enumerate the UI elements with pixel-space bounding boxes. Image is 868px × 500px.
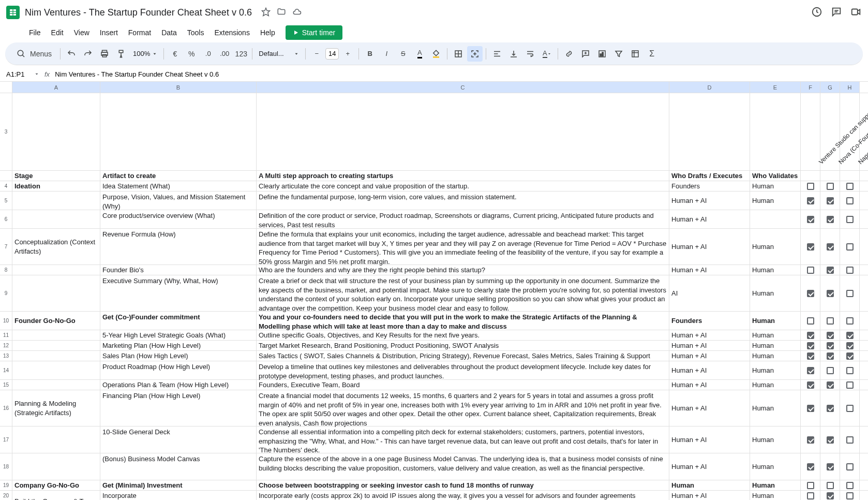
star-icon[interactable] [261,7,271,18]
cell[interactable]: Who Validates [750,171,801,181]
cell[interactable] [801,491,820,500]
fill-color-button[interactable] [428,46,444,62]
cell[interactable]: Create a financial model that documents … [257,390,669,427]
cell[interactable] [820,312,840,330]
cell[interactable]: Who are the founders and why are they th… [257,265,669,275]
cell[interactable]: Get (Minimal) Investment [100,480,257,491]
checkbox[interactable] [807,267,814,274]
cell[interactable]: Human + AI [669,210,750,229]
cell[interactable]: Human + AI [669,229,750,265]
cell[interactable] [820,491,840,500]
cell[interactable]: Human [750,351,801,361]
cell[interactable]: Human [750,491,801,500]
cell[interactable]: Human [750,330,801,341]
cell[interactable]: Human [750,265,801,275]
cell[interactable]: Human [750,480,801,491]
cell[interactable] [840,229,860,265]
row-header[interactable] [0,171,12,181]
checkbox[interactable] [827,183,834,190]
cell[interactable] [840,491,860,500]
cell[interactable] [669,93,750,171]
cell[interactable] [12,453,100,480]
cell[interactable]: AI [669,275,750,312]
decrease-fontsize-button[interactable]: − [309,46,324,62]
link-button[interactable] [561,46,577,62]
cell[interactable] [801,93,820,171]
checkbox[interactable] [807,405,814,412]
checkbox[interactable] [807,290,814,297]
checkbox[interactable] [846,463,854,470]
functions-button[interactable]: Σ [644,46,660,62]
cell[interactable] [840,390,860,427]
formula-input[interactable] [55,70,864,78]
checkbox[interactable] [807,381,814,389]
cell[interactable]: 5-Year High Level Strategic Goals (What) [100,330,257,341]
cell[interactable]: Sales Plan (How High Level) [100,351,257,361]
checkbox[interactable] [827,243,834,251]
row-header[interactable]: 3 [0,93,12,171]
checkbox[interactable] [827,342,834,349]
cell[interactable] [801,380,820,390]
cell[interactable]: Core product/service overview (What) [100,210,257,229]
checkbox[interactable] [846,436,854,444]
cell[interactable]: Marketing Plan (How High Level) [100,341,257,351]
cell[interactable] [801,480,820,491]
comment-icon[interactable] [831,6,842,19]
cell[interactable] [820,453,840,480]
name-box-dropdown[interactable] [34,70,39,78]
checkbox[interactable] [846,197,854,204]
cell[interactable]: Sales Tactics ( SWOT, Sales Channels & D… [257,351,669,361]
checkbox[interactable] [846,482,854,489]
cell[interactable]: Human + AI [669,361,750,380]
number-format-button[interactable]: 123 [233,46,249,62]
name-box[interactable] [4,69,33,79]
cell[interactable] [801,181,820,192]
cell[interactable]: Company Go-No-Go [12,480,100,491]
cell[interactable] [840,453,860,480]
cell[interactable]: Founders, Executive Team, Board [257,380,669,390]
meet-icon[interactable] [850,6,862,19]
col-header-C[interactable]: C [257,82,669,93]
cell[interactable]: Clearly articulate the core concept and … [257,181,669,192]
cell[interactable]: Human [750,341,801,351]
checkbox[interactable] [807,352,814,360]
cell[interactable] [820,427,840,453]
cell[interactable]: Ideation [12,181,100,192]
cell[interactable] [100,93,257,171]
checkbox[interactable] [846,367,854,374]
cell[interactable]: Human [750,229,801,265]
cell[interactable] [840,351,860,361]
cell[interactable]: Condense all essential information into … [257,427,669,453]
currency-button[interactable]: € [167,46,183,62]
cell[interactable]: A Multi step approach to creating startu… [257,171,669,181]
col-header-D[interactable]: D [669,82,750,93]
checkbox[interactable] [807,342,814,349]
cell[interactable]: Artifact to create [100,171,257,181]
checkbox[interactable] [827,381,834,389]
cell[interactable] [12,330,100,341]
cell[interactable]: 10-Slide General Deck [100,427,257,453]
checkbox[interactable] [827,405,834,412]
checkbox[interactable] [846,290,854,297]
row-header[interactable]: 14 [0,361,12,380]
checkbox[interactable] [827,290,834,297]
col-header-F[interactable]: F [801,82,820,93]
cloud-status-icon[interactable] [292,7,302,18]
cell[interactable]: Idea Statement (What) [100,181,257,192]
cell[interactable]: Human [750,427,801,453]
cell[interactable]: Human [750,453,801,480]
history-icon[interactable] [811,6,822,19]
cell[interactable]: Human + AI [669,453,750,480]
row-header[interactable]: 15 [0,380,12,390]
cell[interactable]: Human + AI [669,380,750,390]
cell[interactable] [801,192,820,210]
fontsize-input[interactable] [325,48,339,60]
doc-title[interactable]: Nim Ventures - The Startup Founder Cheat… [25,7,252,18]
cell[interactable] [801,351,820,361]
cell[interactable] [840,312,860,330]
cell[interactable]: Financing Plan (How High Level) [100,390,257,427]
cell[interactable]: Executive Summary (Why, What, How) [100,275,257,312]
cell[interactable] [801,265,820,275]
cell[interactable]: Define the fundamental purpose, long-ter… [257,192,669,210]
cell[interactable] [840,330,860,341]
